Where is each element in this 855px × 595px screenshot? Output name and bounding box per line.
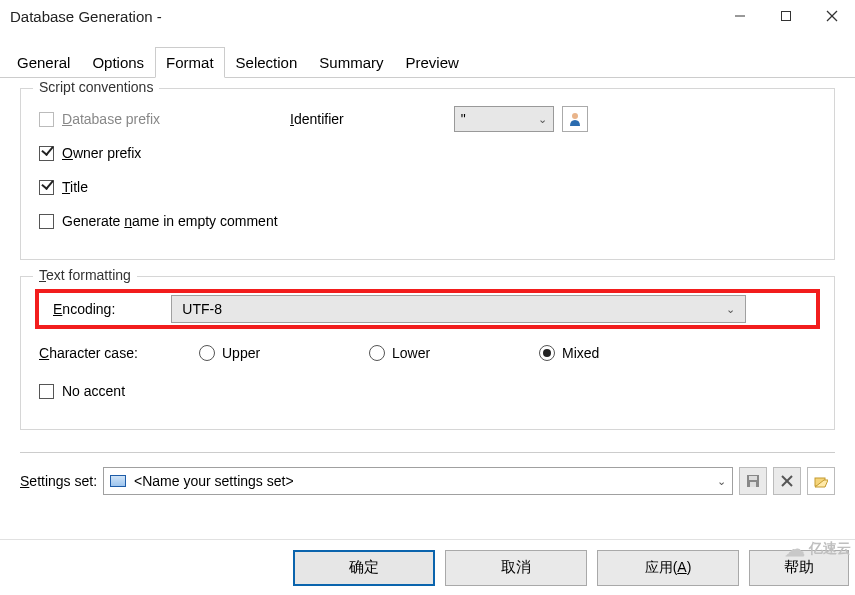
svg-point-4 (572, 113, 578, 119)
settings-delete-button[interactable] (773, 467, 801, 495)
chevron-down-icon: ⌄ (538, 113, 547, 126)
database-prefix-checkbox (39, 112, 54, 127)
floppy-icon (746, 474, 760, 488)
tab-summary[interactable]: Summary (308, 47, 394, 78)
svg-rect-1 (782, 12, 791, 21)
tab-options[interactable]: Options (81, 47, 155, 78)
encoding-value: UTF-8 (182, 301, 222, 317)
no-accent-checkbox[interactable] (39, 384, 54, 399)
maximize-button[interactable] (763, 1, 809, 31)
settings-list-icon (110, 475, 126, 487)
apply-button[interactable]: 应用(A) (597, 550, 739, 586)
identifier-combo[interactable]: " ⌄ (454, 106, 554, 132)
svg-rect-7 (750, 482, 756, 487)
encoding-highlight: Encoding: UTF-8 ⌄ (35, 289, 820, 329)
settings-save-button[interactable] (739, 467, 767, 495)
script-conventions-legend: Script conventions (33, 79, 159, 95)
generate-name-label: Generate name in empty comment (62, 213, 278, 229)
separator (20, 452, 835, 453)
dialog-button-bar: 确定 取消 应用(A) 帮助 (0, 539, 855, 595)
case-upper-radio[interactable]: Upper (199, 345, 329, 361)
text-formatting-legend: Text formatting (33, 267, 137, 283)
window-controls (717, 1, 855, 31)
tab-format[interactable]: Format (155, 47, 225, 78)
identifier-user-button[interactable] (562, 106, 588, 132)
title-label: Title (62, 179, 88, 195)
case-mixed-radio[interactable]: Mixed (539, 345, 669, 361)
settings-set-placeholder: <Name your settings set> (134, 473, 294, 489)
ok-button[interactable]: 确定 (293, 550, 435, 586)
close-icon (781, 475, 793, 487)
folder-icon (814, 474, 828, 488)
minimize-button[interactable] (717, 1, 763, 31)
watermark: ☁ 亿速云 (785, 537, 851, 561)
chevron-down-icon: ⌄ (726, 303, 735, 316)
window-title: Database Generation - (10, 8, 162, 25)
person-icon (567, 111, 583, 127)
identifier-label: Identifier (290, 111, 344, 127)
chevron-down-icon: ⌄ (717, 475, 726, 488)
no-accent-label: No accent (62, 383, 125, 399)
database-prefix-label: Database prefix (62, 111, 160, 127)
svg-rect-6 (749, 476, 757, 480)
character-case-label: Character case: (39, 345, 159, 361)
generate-name-checkbox[interactable] (39, 214, 54, 229)
settings-set-combo[interactable]: <Name your settings set> ⌄ (103, 467, 733, 495)
tab-strip: General Options Format Selection Summary… (0, 32, 855, 78)
script-conventions-group: Script conventions Database prefix Ident… (20, 88, 835, 260)
tab-preview[interactable]: Preview (395, 47, 470, 78)
owner-prefix-label: Owner prefix (62, 145, 141, 161)
owner-prefix-checkbox[interactable] (39, 146, 54, 161)
case-lower-radio[interactable]: Lower (369, 345, 499, 361)
encoding-combo[interactable]: UTF-8 ⌄ (171, 295, 746, 323)
text-formatting-group: Text formatting Encoding: UTF-8 ⌄ Charac… (20, 276, 835, 430)
tab-general[interactable]: General (6, 47, 81, 78)
title-checkbox[interactable] (39, 180, 54, 195)
tab-selection[interactable]: Selection (225, 47, 309, 78)
cloud-icon: ☁ (785, 537, 805, 561)
cancel-button[interactable]: 取消 (445, 550, 587, 586)
close-button[interactable] (809, 1, 855, 31)
encoding-label: Encoding: (53, 301, 115, 317)
settings-browse-button[interactable] (807, 467, 835, 495)
settings-set-label: SSettings set:ettings set: (20, 473, 97, 489)
identifier-value: " (461, 111, 466, 127)
